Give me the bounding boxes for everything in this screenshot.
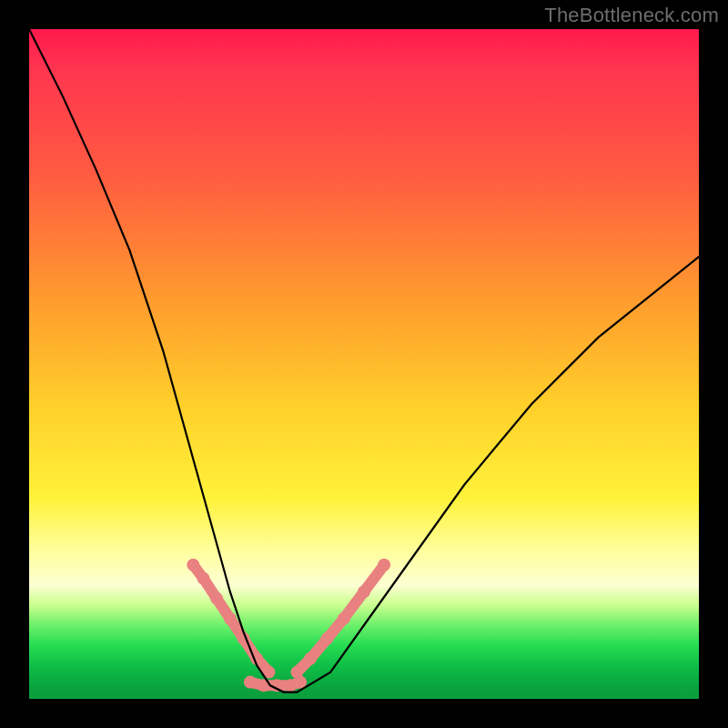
chart-plot-area	[29, 29, 699, 699]
svg-point-28	[244, 676, 257, 689]
svg-point-20	[321, 632, 334, 645]
svg-point-22	[358, 585, 370, 598]
svg-point-6	[187, 559, 199, 571]
svg-point-9	[224, 612, 237, 625]
highlight-segments	[187, 559, 390, 693]
svg-point-21	[338, 612, 350, 625]
chart-overlay-svg	[29, 29, 699, 699]
chart-frame: TheBottleneck.com	[0, 0, 728, 728]
svg-point-23	[378, 559, 390, 571]
svg-point-7	[197, 572, 209, 585]
watermark-text: TheBottleneck.com	[544, 4, 719, 27]
svg-point-19	[304, 652, 317, 665]
svg-point-8	[210, 592, 223, 605]
